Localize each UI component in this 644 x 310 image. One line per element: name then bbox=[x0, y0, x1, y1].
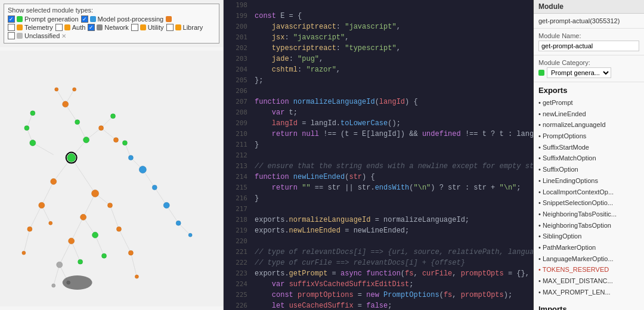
checkbox-unclassified[interactable] bbox=[8, 32, 15, 39]
checkbox-model-post[interactable]: ✓ bbox=[81, 16, 88, 23]
svg-point-42 bbox=[30, 140, 36, 146]
export-NeighboringTabsOption: NeighboringTabsOption bbox=[538, 220, 639, 231]
code-line-219: 219 exports.newLineEnded = newLineEnded; bbox=[224, 225, 533, 236]
export-SuffixMatchOption: SuffixMatchOption bbox=[538, 153, 639, 164]
export-TOKENS-RESERVED: TOKENS_RESERVED bbox=[538, 264, 639, 275]
svg-point-74 bbox=[63, 275, 92, 290]
svg-point-66 bbox=[163, 202, 169, 208]
svg-point-61 bbox=[73, 88, 76, 91]
svg-rect-0 bbox=[0, 51, 223, 306]
code-line-217: 217 bbox=[224, 204, 533, 215]
export-SuffixOption: SuffixOption bbox=[538, 164, 639, 175]
code-line-206: 206 bbox=[224, 86, 533, 97]
code-line-212: 212 bbox=[224, 150, 533, 161]
legend-box: Show selected module types: ✓ Prompt gen… bbox=[4, 4, 219, 44]
checkbox-library[interactable] bbox=[166, 24, 174, 31]
dot-prompt-gen bbox=[17, 16, 23, 22]
dot-orange bbox=[166, 16, 172, 22]
code-line-208: 208 var t; bbox=[224, 107, 533, 118]
svg-point-49 bbox=[80, 214, 86, 220]
export-PathMarkerOption: PathMarkerOption bbox=[538, 242, 639, 253]
code-line-211: 211 } bbox=[224, 140, 533, 150]
checkbox-prompt-gen[interactable]: ✓ bbox=[8, 16, 15, 23]
code-line-214: 214 function newLineEnded(str) { bbox=[224, 172, 533, 182]
code-line-210: 210 return null !== (t = E[langId]) && u… bbox=[224, 129, 533, 140]
module-name-input[interactable] bbox=[538, 41, 639, 51]
svg-point-39 bbox=[92, 232, 98, 238]
svg-point-60 bbox=[55, 88, 58, 91]
exports-title: Exports bbox=[534, 82, 644, 97]
legend-item-auth: Auth bbox=[55, 24, 86, 31]
checkbox-utility[interactable] bbox=[131, 24, 138, 31]
code-line-213: 213 // ensure that the string ends with … bbox=[224, 161, 533, 172]
left-graph-panel: Show selected module types: ✓ Prompt gen… bbox=[0, 0, 224, 310]
code-line-222: 222 // type of curFile ==> relevantDocs[… bbox=[224, 258, 533, 268]
label-prompt-gen: Prompt generation bbox=[24, 16, 79, 23]
code-line-224: 224 var suffixVsCachedSuffixEditDist; bbox=[224, 279, 533, 290]
module-id-value: get-prompt-actual(3055312) bbox=[538, 17, 639, 24]
svg-point-64 bbox=[139, 166, 146, 173]
module-category-label: Module Category: bbox=[538, 59, 639, 66]
export-LanguageMarkerOption: LanguageMarkerOptio... bbox=[538, 253, 639, 265]
module-name-section: Module Name: bbox=[534, 29, 644, 55]
checkbox-telemetry[interactable] bbox=[8, 24, 15, 31]
code-line-200: 200 javascriptreact: "javascript", bbox=[224, 21, 533, 32]
legend-title: Show selected module types: bbox=[8, 7, 215, 14]
imports-title: Imports bbox=[534, 301, 644, 310]
right-module-panel: Module get-prompt-actual(3055312) Module… bbox=[534, 0, 644, 310]
export-MAX-PROMPT-LEN: MAX_PROMPT_LEN... bbox=[538, 287, 639, 298]
module-header: Module bbox=[534, 0, 644, 14]
category-select[interactable]: Prompt genera... bbox=[547, 67, 611, 78]
export-SuffixStartMode: SuffixStartMode bbox=[538, 142, 639, 153]
legend-item-prompt-gen: ✓ Prompt generation bbox=[8, 16, 79, 23]
code-line-221: 221 // type of relevantDocs[i] ==> {uri,… bbox=[224, 247, 533, 258]
legend-row-3: Unclassified ✕ bbox=[8, 32, 215, 39]
graph-canvas[interactable] bbox=[0, 47, 223, 310]
export-SnippetSelectionOption: SnippetSelectionOptio... bbox=[538, 197, 639, 209]
graph-svg bbox=[0, 47, 223, 310]
svg-point-43 bbox=[24, 126, 29, 131]
code-panel[interactable]: 198 199 const E = { 200 javascriptreact:… bbox=[224, 0, 534, 310]
svg-point-62 bbox=[99, 126, 104, 131]
dot-unclassified bbox=[17, 33, 23, 39]
module-id-section: get-prompt-actual(3055312) bbox=[534, 14, 644, 29]
label-utility: Utility bbox=[148, 24, 164, 31]
label-model-post: Model post-processing bbox=[98, 16, 164, 23]
legend-item-unclassified: Unclassified ✕ bbox=[8, 32, 66, 39]
code-line-225: 225 const promptOptions = new PromptOpti… bbox=[224, 290, 533, 300]
export-MAX-EDIT-DISTANCE: MAX_EDIT_DISTANC... bbox=[538, 275, 639, 287]
code-line-198: 198 bbox=[224, 0, 533, 11]
category-row: Prompt genera... bbox=[538, 67, 639, 78]
label-unclassified: Unclassified bbox=[24, 32, 60, 39]
code-line-204: 204 cshtml: "razor", bbox=[224, 64, 533, 75]
svg-point-69 bbox=[128, 156, 133, 160]
svg-point-59 bbox=[63, 101, 69, 107]
label-telemetry: Telemetry bbox=[24, 24, 53, 31]
code-line-201: 201 jsx: "javascript", bbox=[224, 32, 533, 43]
svg-point-53 bbox=[49, 221, 52, 225]
svg-point-63 bbox=[113, 138, 118, 142]
checkbox-auth[interactable] bbox=[55, 24, 63, 31]
dot-model-post bbox=[90, 16, 96, 22]
svg-point-37 bbox=[83, 137, 89, 143]
checkbox-network[interactable]: ✓ bbox=[88, 24, 95, 31]
svg-point-55 bbox=[116, 227, 121, 231]
unclassified-x: ✕ bbox=[61, 33, 66, 39]
svg-point-51 bbox=[39, 202, 45, 208]
dot-auth bbox=[64, 24, 70, 30]
export-SiblingOption: SiblingOption bbox=[538, 231, 639, 242]
svg-point-52 bbox=[27, 227, 32, 231]
module-name-label: Module Name: bbox=[538, 32, 639, 39]
legend-item-library: Library bbox=[166, 24, 203, 31]
svg-point-44 bbox=[30, 111, 35, 116]
export-NeighboringTabsPositic: NeighboringTabsPositic... bbox=[538, 209, 639, 220]
legend-row-1: ✓ Prompt generation ✓ Model post-process… bbox=[8, 16, 215, 23]
export-normalizeLanguageId: normalizeLanguageId bbox=[538, 119, 639, 131]
legend-item-orange-sq bbox=[166, 16, 172, 22]
code-line-215: 215 return "" == str || str.endsWith("\n… bbox=[224, 182, 533, 193]
svg-point-68 bbox=[188, 233, 192, 237]
exports-list: getPrompt newLineEnded normalizeLanguage… bbox=[534, 97, 644, 301]
code-line-209: 209 langId = langId.toLowerCase(); bbox=[224, 118, 533, 129]
code-line-220: 220 bbox=[224, 236, 533, 247]
svg-point-58 bbox=[22, 251, 26, 255]
